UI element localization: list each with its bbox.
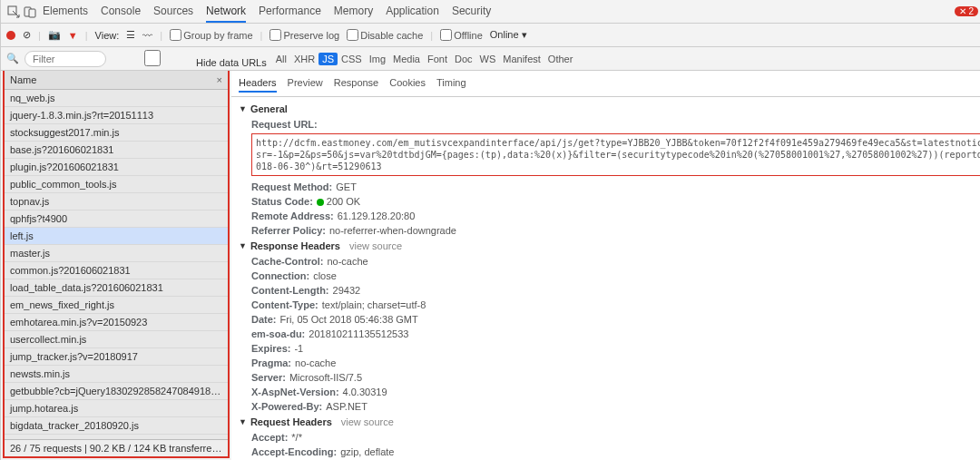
request-url-box: http://dcfm.eastmoney.com/em_mutisvcexpa… [251,133,980,176]
response-header-row: X-Powered-By:ASP.NET [239,399,980,414]
devtools-pane: ElementsConsoleSourcesNetworkPerformance… [1,0,980,460]
request-detail-panel: HeadersPreviewResponseCookiesTiming ▼Gen… [231,71,980,460]
request-item[interactable]: jump.hotarea.js [5,400,228,417]
close-icon[interactable]: × [217,74,222,85]
offline-checkbox[interactable]: Offline [440,29,483,41]
request-item[interactable]: jump_tracker.js?v=20180917 [5,348,228,366]
inspect-icon[interactable] [6,5,21,19]
request-item[interactable]: nq_web.js [5,90,228,107]
filter-chip[interactable]: Img [366,53,389,65]
detail-tab[interactable]: Headers [239,74,277,93]
request-headers-section[interactable]: ▼Request Headersview source [239,414,980,430]
clear-icon[interactable]: ⊘ [23,29,31,41]
request-item[interactable]: common.js?201606021831 [5,262,228,279]
network-filter-bar: 🔍 Hide data URLs AllXHRJSCSSImgMediaFont… [1,47,980,71]
request-item[interactable]: left.js [5,228,228,245]
response-header-row: em-soa-du:201810211135512533 [239,327,980,341]
response-header-row: Pragma:no-cache [239,356,980,370]
response-header-row: Server:Microsoft-IIS/7.5 [239,370,980,385]
devtools-tab[interactable]: Console [101,1,141,23]
request-header-row: Accept:*/* [239,430,980,445]
network-options-bar: ⊘ | 📷 ▼ | View: ☰ 〰 | Group by frame | P… [1,24,980,47]
request-item[interactable]: getbubble?cb=jQuery18302928582470849183?… [5,383,228,400]
devtools-tab[interactable]: Application [386,1,439,23]
request-item[interactable]: emhotarea.min.js?v=20150923 [5,314,228,331]
filter-funnel-icon[interactable]: 🔍 [6,53,19,64]
disable-cache-checkbox[interactable]: Disable cache [347,29,423,41]
response-header-row: X-AspNet-Version:4.0.30319 [239,385,980,399]
filter-chip[interactable]: CSS [338,53,366,65]
filter-chip[interactable]: Media [389,53,424,65]
preserve-log-checkbox[interactable]: Preserve log [270,29,339,41]
view-large-icon[interactable]: ☰ [126,29,135,41]
filter-chip[interactable]: Font [424,53,451,65]
general-section-header[interactable]: ▼General [239,101,980,117]
view-wave-icon[interactable]: 〰 [142,30,152,41]
response-header-row: Date:Fri, 05 Oct 2018 05:46:38 GMT [239,312,980,327]
devtools-tab[interactable]: Performance [259,1,321,23]
request-list-header[interactable]: Name × [5,71,228,90]
filter-input[interactable] [24,51,106,67]
response-headers-section[interactable]: ▼Response Headersview source [239,238,980,254]
devtools-tab[interactable]: Security [452,1,491,23]
response-header-row: Content-Type:text/plain; charset=utf-8 [239,298,980,312]
online-select[interactable]: Online ▾ [490,29,527,41]
request-list-panel: Name × nq_web.jsjquery-1.8.3.min.js?rt=2… [3,71,230,458]
devtools-tab[interactable]: Network [206,1,246,23]
record-button[interactable] [6,31,15,40]
request-item[interactable]: master.js [5,245,228,262]
filter-chip[interactable]: JS [318,53,338,65]
request-list-footer: 26 / 75 requests | 90.2 KB / 124 KB tran… [5,439,228,456]
response-header-row: Connection:close [239,269,980,283]
filter-chip[interactable]: Other [544,53,577,65]
request-item[interactable]: usercollect.min.js [5,331,228,348]
request-item[interactable]: bigdata_tracker_20180920.js [5,417,228,435]
devtools-tab[interactable]: Memory [334,1,373,23]
device-toggle-icon[interactable] [23,5,37,19]
response-header-row: Expires:-1 [239,341,980,356]
hide-data-urls-checkbox[interactable]: Hide data URLs [112,50,267,68]
request-item[interactable]: jquery-1.8.3.min.js?rt=20151113 [5,107,228,124]
request-item[interactable]: public_common_tools.js [5,176,228,193]
svg-rect-2 [29,9,35,17]
request-item[interactable]: stocksuggest2017.min.js [5,124,228,142]
detail-tab[interactable]: Timing [436,74,466,93]
detail-tab[interactable]: Preview [288,74,323,93]
request-item[interactable]: base.js?201606021831 [5,142,228,159]
devtools-tab[interactable]: Elements [43,1,88,23]
filter-chip[interactable]: WS [476,53,500,65]
filter-chip[interactable]: Manifest [499,53,544,65]
request-item[interactable]: plugin.js?201606021831 [5,159,228,176]
request-header-row: Accept-Encoding:gzip, deflate [239,445,980,459]
devtools-tab[interactable]: Sources [153,1,193,23]
request-item[interactable]: topnav.js [5,193,228,210]
request-item[interactable]: load_table_data.js?201606021831 [5,279,228,297]
filter-chip[interactable]: XHR [290,53,318,65]
response-header-row: Content-Length:29432 [239,283,980,298]
detail-tab[interactable]: Response [334,74,379,93]
filter-chip[interactable]: Doc [451,53,476,65]
response-header-row: Cache-Control:no-cache [239,254,980,269]
devtools-toolbar: ElementsConsoleSourcesNetworkPerformance… [1,0,980,24]
filter-icon[interactable]: ▼ [68,30,78,41]
request-item[interactable]: qphfjs?t4900 [5,210,228,228]
request-item[interactable]: newsts.min.js [5,366,228,383]
detail-tab[interactable]: Cookies [389,74,426,93]
view-label: View: [95,30,120,41]
request-item[interactable]: em_news_fixed_right.js [5,297,228,314]
group-by-frame-checkbox[interactable]: Group by frame [170,29,252,41]
filter-chip[interactable]: All [272,53,290,65]
error-count-badge[interactable]: ✕ 2 [955,6,978,16]
capture-icon[interactable]: 📷 [48,29,61,41]
